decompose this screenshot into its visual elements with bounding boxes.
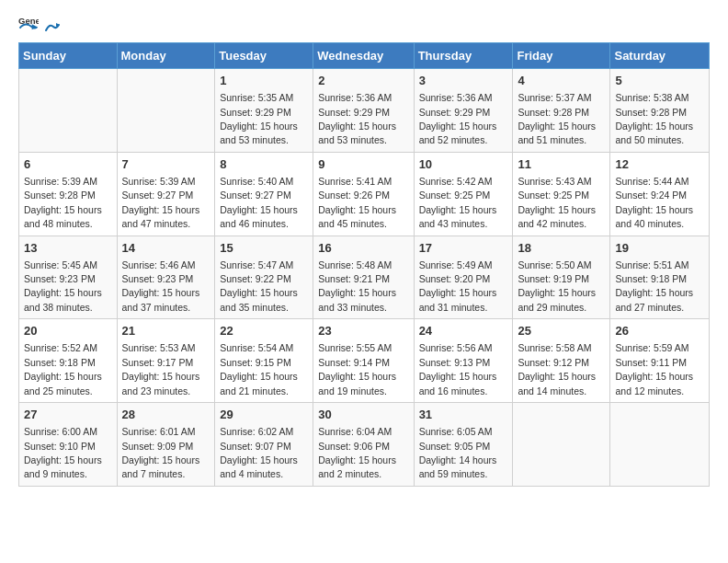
calendar-day-cell: 10 Sunrise: 5:42 AM Sunset: 9:25 PM Dayl… [414,152,513,236]
daylight-text: Daylight: 15 hours and 43 minutes. [419,204,497,229]
sunset-text: Sunset: 9:26 PM [318,190,390,201]
day-number: 4 [518,73,605,89]
calendar-day-cell: 2 Sunrise: 5:36 AM Sunset: 9:29 PM Dayli… [313,69,414,153]
daylight-text: Daylight: 15 hours and 46 minutes. [220,204,298,229]
daylight-text: Daylight: 15 hours and 50 minutes. [615,121,693,145]
logo-bird-icon [44,17,61,34]
sunset-text: Sunset: 9:29 PM [220,107,291,118]
calendar-day-cell: 31 Sunrise: 6:05 AM Sunset: 9:05 PM Dayl… [414,403,513,487]
daylight-text: Daylight: 15 hours and 37 minutes. [122,287,200,312]
daylight-text: Daylight: 15 hours and 12 minutes. [615,371,693,396]
sunrise-text: Sunrise: 5:36 AM [318,92,392,103]
sunrise-text: Sunrise: 5:38 AM [615,92,688,103]
daylight-text: Daylight: 15 hours and 14 minutes. [518,371,596,396]
day-number: 28 [122,407,210,423]
sunset-text: Sunset: 9:27 PM [220,190,291,201]
day-number: 24 [419,323,508,339]
daylight-text: Daylight: 15 hours and 53 minutes. [318,121,396,145]
sunrise-text: Sunrise: 6:00 AM [24,426,97,437]
daylight-text: Daylight: 15 hours and 40 minutes. [615,204,693,229]
sunset-text: Sunset: 9:18 PM [615,273,687,284]
calendar-day-cell: 3 Sunrise: 5:36 AM Sunset: 9:29 PM Dayli… [414,69,513,153]
sunrise-text: Sunrise: 5:42 AM [419,176,493,187]
sunrise-text: Sunrise: 5:53 AM [122,342,196,353]
sunset-text: Sunset: 9:12 PM [518,357,589,368]
sunrise-text: Sunrise: 5:46 AM [122,259,196,270]
sunset-text: Sunset: 9:22 PM [220,273,291,284]
day-number: 27 [24,407,112,423]
sunrise-text: Sunrise: 5:43 AM [518,176,591,187]
weekday-header-wednesday: Wednesday [313,43,414,69]
day-number: 3 [419,73,508,89]
daylight-text: Daylight: 15 hours and 23 minutes. [122,371,200,396]
calendar-day-cell: 27 Sunrise: 6:00 AM Sunset: 9:10 PM Dayl… [19,403,118,487]
sunset-text: Sunset: 9:29 PM [318,107,390,118]
daylight-text: Daylight: 15 hours and 33 minutes. [318,287,396,312]
sunset-text: Sunset: 9:17 PM [122,357,194,368]
day-number: 1 [220,73,308,89]
sunrise-text: Sunrise: 6:02 AM [220,426,293,437]
weekday-header-thursday: Thursday [414,43,513,69]
daylight-text: Daylight: 15 hours and 2 minutes. [318,454,396,479]
day-number: 6 [24,156,112,173]
sunset-text: Sunset: 9:09 PM [122,441,194,452]
day-number: 23 [318,323,408,339]
day-number: 14 [122,240,210,257]
calendar-day-cell: 28 Sunrise: 6:01 AM Sunset: 9:09 PM Dayl… [117,403,215,487]
calendar-day-cell: 26 Sunrise: 5:59 AM Sunset: 9:11 PM Dayl… [610,319,710,403]
sunrise-text: Sunrise: 5:55 AM [318,342,392,353]
sunrise-text: Sunrise: 5:47 AM [220,259,293,270]
sunset-text: Sunset: 9:24 PM [615,190,687,201]
sunrise-text: Sunrise: 6:04 AM [318,426,392,437]
sunset-text: Sunset: 9:28 PM [615,107,687,118]
daylight-text: Daylight: 15 hours and 48 minutes. [24,204,102,229]
calendar-day-cell [513,403,610,487]
sunrise-text: Sunrise: 5:44 AM [615,176,688,187]
sunset-text: Sunset: 9:15 PM [220,357,291,368]
calendar-day-cell: 21 Sunrise: 5:53 AM Sunset: 9:17 PM Dayl… [117,319,215,403]
calendar-week-row: 20 Sunrise: 5:52 AM Sunset: 9:18 PM Dayl… [19,319,710,403]
calendar-week-row: 6 Sunrise: 5:39 AM Sunset: 9:28 PM Dayli… [19,152,710,236]
daylight-text: Daylight: 15 hours and 52 minutes. [419,121,497,145]
sunset-text: Sunset: 9:25 PM [419,190,491,201]
sunrise-text: Sunrise: 5:52 AM [24,342,97,353]
day-number: 26 [615,323,704,339]
calendar-day-cell: 25 Sunrise: 5:58 AM Sunset: 9:12 PM Dayl… [513,319,610,403]
daylight-text: Daylight: 15 hours and 53 minutes. [220,121,298,145]
calendar-week-row: 1 Sunrise: 5:35 AM Sunset: 9:29 PM Dayli… [19,69,710,153]
day-number: 15 [220,240,308,257]
sunset-text: Sunset: 9:25 PM [518,190,589,201]
day-number: 2 [318,73,408,89]
weekday-header-row: SundayMondayTuesdayWednesdayThursdayFrid… [19,43,710,69]
day-number: 16 [318,240,408,257]
weekday-header-friday: Friday [513,43,610,69]
calendar-day-cell: 13 Sunrise: 5:45 AM Sunset: 9:23 PM Dayl… [19,236,118,319]
sunrise-text: Sunrise: 5:45 AM [24,259,97,270]
calendar-day-cell: 15 Sunrise: 5:47 AM Sunset: 9:22 PM Dayl… [215,236,313,319]
sunset-text: Sunset: 9:23 PM [24,273,96,284]
day-number: 20 [24,323,112,339]
sunset-text: Sunset: 9:18 PM [24,357,96,368]
day-number: 19 [615,240,704,257]
sunset-text: Sunset: 9:14 PM [318,357,390,368]
sunset-text: Sunset: 9:28 PM [24,190,96,201]
day-number: 18 [518,240,605,257]
calendar-day-cell: 5 Sunrise: 5:38 AM Sunset: 9:28 PM Dayli… [610,69,710,153]
daylight-text: Daylight: 14 hours and 59 minutes. [419,454,497,479]
calendar-week-row: 27 Sunrise: 6:00 AM Sunset: 9:10 PM Dayl… [19,403,710,487]
day-number: 10 [419,156,508,173]
day-number: 21 [122,323,210,339]
sunrise-text: Sunrise: 5:37 AM [518,92,591,103]
sunrise-text: Sunrise: 6:05 AM [419,426,493,437]
sunset-text: Sunset: 9:07 PM [220,441,291,452]
daylight-text: Daylight: 15 hours and 7 minutes. [122,454,200,479]
sunset-text: Sunset: 9:21 PM [318,273,390,284]
sunset-text: Sunset: 9:11 PM [615,357,687,368]
daylight-text: Daylight: 15 hours and 35 minutes. [220,287,298,312]
calendar-day-cell: 6 Sunrise: 5:39 AM Sunset: 9:28 PM Dayli… [19,152,118,236]
day-number: 5 [615,73,704,89]
daylight-text: Daylight: 15 hours and 21 minutes. [220,371,298,396]
sunset-text: Sunset: 9:27 PM [122,190,194,201]
day-number: 8 [220,156,308,173]
daylight-text: Daylight: 15 hours and 31 minutes. [419,287,497,312]
